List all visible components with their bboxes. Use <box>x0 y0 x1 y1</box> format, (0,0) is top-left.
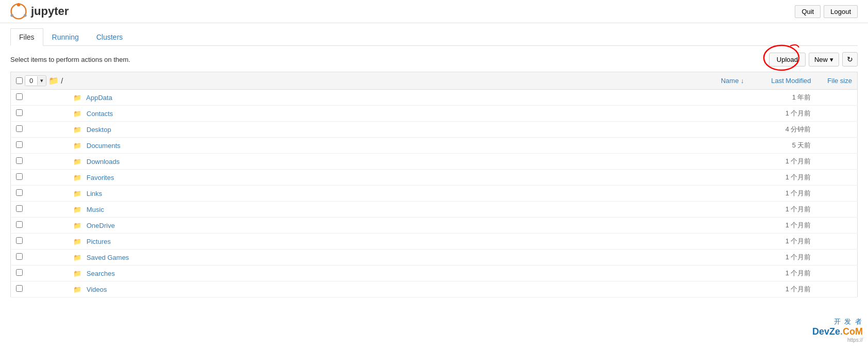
row-modified-cell: 1 年前 <box>749 90 816 106</box>
tab-running[interactable]: Running <box>43 28 88 45</box>
jupyter-logo-icon <box>10 3 27 20</box>
row-checkbox-3[interactable] <box>16 141 23 148</box>
header: jupyter Quit Logout <box>0 0 868 23</box>
row-checkbox-cell <box>11 281 69 297</box>
row-modified-cell: 1 个月前 <box>749 281 816 297</box>
file-link-9[interactable]: Pictures <box>87 238 111 245</box>
folder-icon: 📁 <box>73 158 81 165</box>
tab-files[interactable]: Files <box>10 28 43 46</box>
row-modified-cell: 1 个月前 <box>749 106 816 122</box>
logout-button[interactable]: Logout <box>824 5 858 18</box>
row-modified-cell: 1 个月前 <box>749 202 816 218</box>
file-link-4[interactable]: Downloads <box>87 158 120 165</box>
row-checkbox-4[interactable] <box>16 157 23 164</box>
row-checkbox-0[interactable] <box>16 93 23 100</box>
row-size-cell <box>816 250 858 266</box>
row-checkbox-11[interactable] <box>16 269 23 276</box>
row-name-cell: 📁 Saved Games <box>68 250 749 266</box>
row-size-cell <box>816 106 858 122</box>
row-checkbox-12[interactable] <box>16 285 23 292</box>
row-name-cell: 📁 OneDrive <box>68 218 749 234</box>
new-dropdown-arrow: ▾ <box>830 56 833 63</box>
tab-clusters[interactable]: Clusters <box>88 28 132 45</box>
row-checkbox-cell <box>11 90 69 106</box>
folder-icon: 📁 <box>73 126 81 134</box>
row-checkbox-cell <box>11 106 69 122</box>
row-size-cell <box>816 154 858 170</box>
file-link-6[interactable]: Links <box>87 190 102 197</box>
row-modified-cell: 1 个月前 <box>749 250 816 266</box>
folder-icon: 📁 <box>73 222 81 229</box>
folder-icon: 📁 <box>73 254 81 261</box>
count-badge: 0 ▾ <box>25 75 46 86</box>
th-select-all: 0 ▾ 📁 / <box>11 72 69 90</box>
quit-button[interactable]: Quit <box>795 5 821 18</box>
file-link-5[interactable]: Favorites <box>87 174 114 181</box>
folder-icon: 📁 <box>73 270 81 277</box>
row-name-cell: 📁 AppData <box>68 90 749 106</box>
file-link-3[interactable]: Documents <box>87 142 121 150</box>
row-checkbox-7[interactable] <box>16 205 23 212</box>
row-modified-cell: 1 个月前 <box>749 170 816 186</box>
row-size-cell <box>816 266 858 281</box>
row-size-cell <box>816 281 858 297</box>
row-checkbox-8[interactable] <box>16 221 23 228</box>
file-link-12[interactable]: Videos <box>87 286 107 293</box>
toolbar-row: Select items to perform actions on them.… <box>10 52 858 67</box>
file-link-1[interactable]: Contacts <box>87 110 113 118</box>
row-modified-cell: 1 个月前 <box>749 186 816 202</box>
table-row: 📁 Favorites 1 个月前 <box>11 170 858 186</box>
th-size[interactable]: File size <box>816 72 858 90</box>
row-checkbox-cell <box>11 250 69 266</box>
file-link-11[interactable]: Searches <box>87 270 115 277</box>
table-row: 📁 Videos 1 个月前 <box>11 281 858 297</box>
logo-text: jupyter <box>31 5 69 18</box>
row-checkbox-cell <box>11 266 69 281</box>
row-modified-cell: 1 个月前 <box>749 266 816 281</box>
row-checkbox-5[interactable] <box>16 173 23 180</box>
file-link-0[interactable]: AppData <box>86 94 112 102</box>
table-row: 📁 Saved Games 1 个月前 <box>11 250 858 266</box>
row-checkbox-cell <box>11 170 69 186</box>
th-modified[interactable]: Last Modified <box>749 72 816 90</box>
th-spacer <box>68 72 716 90</box>
breadcrumb-path: / <box>61 77 63 85</box>
row-checkbox-cell <box>11 186 69 202</box>
row-checkbox-1[interactable] <box>16 109 23 116</box>
refresh-button[interactable]: ↻ <box>842 52 858 67</box>
row-size-cell <box>816 90 858 106</box>
count-dropdown-arrow[interactable]: ▾ <box>37 76 46 85</box>
file-link-2[interactable]: Desktop <box>87 126 111 134</box>
row-checkbox-2[interactable] <box>16 125 23 132</box>
upload-button[interactable]: Upload <box>769 53 806 67</box>
tab-bar: Files Running Clusters <box>10 28 858 46</box>
main-content: Files Running Clusters Select items to p… <box>0 23 868 303</box>
row-name-cell: 📁 Videos <box>68 281 749 297</box>
row-checkbox-cell <box>11 202 69 218</box>
table-row: 📁 Music 1 个月前 <box>11 202 858 218</box>
folder-icon: 📁 <box>73 174 81 181</box>
row-name-cell: 📁 Music <box>68 202 749 218</box>
row-modified-cell: 1 个月前 <box>749 154 816 170</box>
row-checkbox-10[interactable] <box>16 253 23 260</box>
file-link-7[interactable]: Music <box>87 206 104 213</box>
folder-icon: 📁 <box>73 94 81 102</box>
svg-point-2 <box>10 14 13 17</box>
row-checkbox-6[interactable] <box>16 189 23 196</box>
th-name[interactable]: Name ↓ <box>716 72 749 90</box>
folder-icon: 📁 <box>73 110 81 118</box>
row-checkbox-9[interactable] <box>16 237 23 244</box>
row-checkbox-cell <box>11 154 69 170</box>
row-size-cell <box>816 170 858 186</box>
row-size-cell <box>816 186 858 202</box>
new-button[interactable]: New ▾ <box>809 53 839 67</box>
select-all-checkbox[interactable] <box>16 77 23 84</box>
file-link-10[interactable]: Saved Games <box>87 254 129 261</box>
toolbar-right: Upload New ▾ ↻ <box>769 52 858 67</box>
row-size-cell <box>816 202 858 218</box>
row-name-cell: 📁 Pictures <box>68 234 749 250</box>
row-checkbox-cell <box>11 234 69 250</box>
file-table: 0 ▾ 📁 / Name ↓ Last Modified File <box>10 72 858 297</box>
file-link-8[interactable]: OneDrive <box>87 222 115 229</box>
row-modified-cell: 5 天前 <box>749 138 816 154</box>
